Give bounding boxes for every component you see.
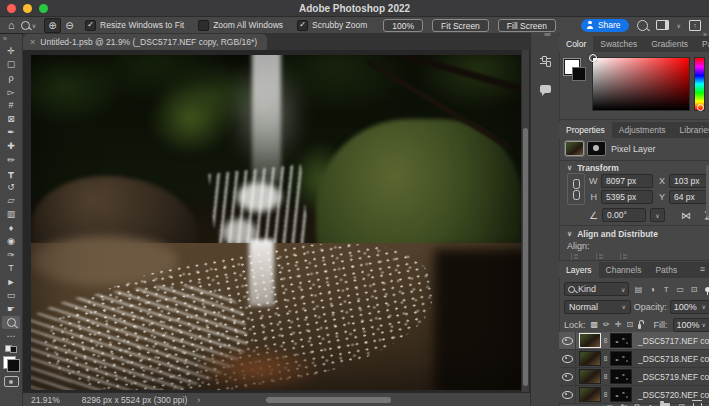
hue-slider[interactable] [694,57,705,111]
status-menu-chevron-icon[interactable]: › [197,395,200,405]
tool-eraser[interactable]: ▱ [2,194,20,208]
tool-clone-stamp[interactable]: ┳ [2,166,20,180]
tool-crop[interactable]: # [2,98,20,112]
lock-transparent-icon[interactable]: ▩ [591,320,599,329]
color-panel-swatches[interactable] [564,59,586,81]
tool-zoom[interactable] [2,316,20,330]
transform-section-header[interactable]: ∨ Transform [567,163,619,173]
tool-marquee[interactable]: ▢ [2,58,20,72]
tool-path-selection[interactable]: ► [2,275,20,289]
layer-row[interactable]: 8 _DSC5719.NEF copy [559,368,709,386]
foreground-background-swatches[interactable] [3,356,20,372]
filter-kind-select[interactable]: Kind ∨ [564,282,629,296]
adjustment-layer-icon[interactable]: ◑ [647,402,652,406]
flip-horizontal-icon[interactable]: ⋈ [681,210,691,221]
workspace-chevron-icon[interactable]: ∨ [677,22,681,29]
angle-field[interactable]: 0.00° [602,208,646,222]
layer-thumbnail[interactable] [579,369,601,384]
align-left-icon[interactable] [571,253,579,260]
filter-shape-layers-icon[interactable]: ▭ [675,285,685,294]
tab-gradients[interactable]: Gradients [644,36,695,52]
tab-color[interactable]: Color [559,36,593,52]
tool-hand[interactable]: ☛ [2,302,20,316]
tab-channels[interactable]: Channels [599,262,649,278]
width-field[interactable]: 8097 px [601,174,653,188]
tab-layers[interactable]: Layers [559,262,599,278]
quick-mask-icon[interactable] [4,376,19,387]
tab-paths[interactable]: Paths [648,262,684,278]
tool-object-selection[interactable]: ▻ [2,85,20,99]
tool-blur[interactable]: ♦ [2,221,20,235]
fill-screen-button[interactable]: Fill Screen [498,19,556,32]
tool-move[interactable]: ✛ [2,44,20,58]
search-icon[interactable] [637,20,648,31]
home-icon[interactable]: ⌂ [8,19,15,31]
document-tab[interactable]: × Untitled-1.psb @ 21.9% (_DSC5717.NEF c… [23,34,267,50]
layer-name[interactable]: _DSC5717.NEF copy [638,336,709,346]
horizontal-scrollbar-thumb[interactable] [266,397,391,403]
new-layer-icon[interactable]: ⊞ [678,402,685,406]
close-tab-icon[interactable]: × [30,37,35,47]
layer-name[interactable]: _DSC5718.NEF copy [638,354,709,364]
workspace-icon[interactable] [656,20,669,30]
tool-healing-brush[interactable]: ✚ [2,139,20,153]
tool-brush[interactable]: ✏ [2,153,20,167]
x-field[interactable]: 103 px [669,174,709,188]
layer-effects-icon[interactable]: fx [620,402,626,406]
vertical-scrollbar-thumb[interactable] [523,128,528,386]
tool-type[interactable]: T [2,262,20,276]
tool-frame[interactable]: ⊠ [2,112,20,126]
delete-layer-icon[interactable] [693,403,702,406]
layer-row[interactable]: 8 _DSC5718.NEF copy [559,350,709,368]
color-field-marker[interactable] [589,54,597,62]
layer-thumbnail[interactable] [579,351,601,366]
link-layers-icon[interactable]: ∞ [607,402,613,406]
panel-menu-icon[interactable]: ≡ [700,262,709,278]
layer-thumbnail[interactable] [579,333,601,348]
angle-dropdown[interactable]: ∨ [650,208,665,222]
tool-pen[interactable]: ✑ [2,248,20,262]
layer-visibility-toggle[interactable] [559,332,576,349]
filter-smart-objects-icon[interactable]: ⊡ [689,285,699,294]
lock-artboard-icon[interactable]: ⊡ [626,320,633,329]
lock-paint-icon[interactable]: ✏ [603,320,610,329]
height-field[interactable]: 5395 px [601,190,653,204]
tab-libraries[interactable]: Libraries [673,122,709,138]
resize-windows-checkbox[interactable]: ✓ Resize Windows to Fit [85,20,184,31]
layer-mask-thumbnail[interactable] [610,351,632,366]
toolbar-ellipsis-icon[interactable]: ⋯ [2,329,20,343]
scrubby-zoom-checkbox[interactable]: ✓ Scrubby Zoom [297,20,367,31]
tool-shape[interactable]: ▭ [2,289,20,303]
opacity-select[interactable]: 100% ∨ [670,300,709,314]
layer-mask-thumbnail[interactable] [610,387,632,402]
tab-swatches[interactable]: Swatches [593,36,644,52]
align-center-icon[interactable] [596,253,604,260]
saturation-brightness-field[interactable] [592,57,690,111]
layer-visibility-toggle[interactable] [559,368,576,385]
filter-pixel-layers-icon[interactable]: ▤ [633,285,643,294]
zoom-100-button[interactable]: 100% [383,19,423,32]
layer-name[interactable]: _DSC5720.NEF copy [638,390,709,400]
export-icon[interactable]: ↑ [689,20,701,31]
tool-gradient[interactable]: ▥ [2,207,20,221]
status-zoom-level[interactable]: 21.91% [31,395,60,405]
comments-panel-icon[interactable] [540,85,551,93]
lock-all-icon[interactable] [638,324,640,329]
align-section-header[interactable]: ∨ Align and Distribute [567,229,658,239]
sliders-panel-icon[interactable] [540,55,551,66]
y-field[interactable]: 64 px [669,190,709,204]
layer-mask-thumbnail[interactable] [610,333,632,348]
layer-row[interactable]: 8 _DSC5717.NEF copy [559,332,709,350]
filter-type-layers-icon[interactable]: T [661,285,671,294]
tool-dodge[interactable]: ◉ [2,234,20,248]
filter-toggle-icon[interactable] [705,287,709,292]
mask-thumbnail-button[interactable] [587,141,606,156]
align-right-icon[interactable] [620,253,628,260]
zoom-tool-preset[interactable]: ∨ [21,21,36,30]
zoom-all-windows-checkbox[interactable]: Zoom All Windows [198,20,283,31]
vertical-scrollbar[interactable] [521,50,529,392]
tab-adjustments[interactable]: Adjustments [612,122,673,138]
default-swap-colors-icon[interactable] [5,345,17,353]
toolbar-expand-icon[interactable]: » [0,35,7,42]
layer-visibility-toggle[interactable] [559,350,576,367]
